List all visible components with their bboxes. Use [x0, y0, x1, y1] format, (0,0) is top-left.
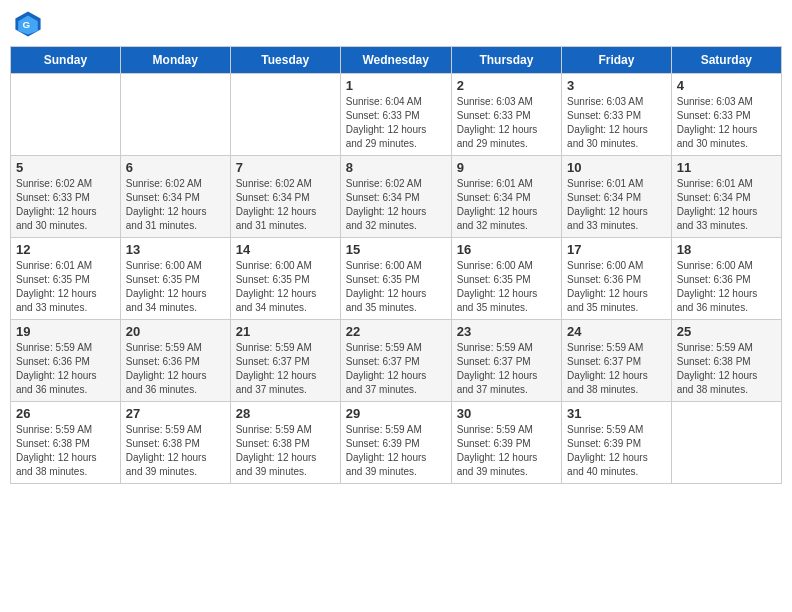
day-details: Sunrise: 6:03 AM Sunset: 6:33 PM Dayligh…: [457, 95, 556, 151]
day-details: Sunrise: 6:00 AM Sunset: 6:35 PM Dayligh…: [236, 259, 335, 315]
calendar-cell: 26Sunrise: 5:59 AM Sunset: 6:38 PM Dayli…: [11, 402, 121, 484]
day-details: Sunrise: 5:59 AM Sunset: 6:37 PM Dayligh…: [567, 341, 666, 397]
calendar-week-row: 26Sunrise: 5:59 AM Sunset: 6:38 PM Dayli…: [11, 402, 782, 484]
day-details: Sunrise: 6:02 AM Sunset: 6:34 PM Dayligh…: [346, 177, 446, 233]
day-number: 14: [236, 242, 335, 257]
day-details: Sunrise: 6:02 AM Sunset: 6:34 PM Dayligh…: [236, 177, 335, 233]
calendar-table: SundayMondayTuesdayWednesdayThursdayFrid…: [10, 46, 782, 484]
calendar-cell: 1Sunrise: 6:04 AM Sunset: 6:33 PM Daylig…: [340, 74, 451, 156]
calendar-cell: 23Sunrise: 5:59 AM Sunset: 6:37 PM Dayli…: [451, 320, 561, 402]
day-number: 20: [126, 324, 225, 339]
calendar-cell: 25Sunrise: 5:59 AM Sunset: 6:38 PM Dayli…: [671, 320, 781, 402]
day-number: 2: [457, 78, 556, 93]
weekday-header: Wednesday: [340, 47, 451, 74]
calendar-cell: [120, 74, 230, 156]
calendar-cell: 12Sunrise: 6:01 AM Sunset: 6:35 PM Dayli…: [11, 238, 121, 320]
day-number: 24: [567, 324, 666, 339]
day-details: Sunrise: 6:01 AM Sunset: 6:35 PM Dayligh…: [16, 259, 115, 315]
calendar-cell: 14Sunrise: 6:00 AM Sunset: 6:35 PM Dayli…: [230, 238, 340, 320]
calendar-cell: 24Sunrise: 5:59 AM Sunset: 6:37 PM Dayli…: [562, 320, 672, 402]
day-details: Sunrise: 6:01 AM Sunset: 6:34 PM Dayligh…: [677, 177, 776, 233]
calendar-cell: [671, 402, 781, 484]
calendar-cell: 15Sunrise: 6:00 AM Sunset: 6:35 PM Dayli…: [340, 238, 451, 320]
day-number: 31: [567, 406, 666, 421]
day-details: Sunrise: 5:59 AM Sunset: 6:38 PM Dayligh…: [677, 341, 776, 397]
calendar-cell: 11Sunrise: 6:01 AM Sunset: 6:34 PM Dayli…: [671, 156, 781, 238]
day-number: 1: [346, 78, 446, 93]
day-number: 28: [236, 406, 335, 421]
day-details: Sunrise: 6:00 AM Sunset: 6:36 PM Dayligh…: [567, 259, 666, 315]
calendar-cell: 2Sunrise: 6:03 AM Sunset: 6:33 PM Daylig…: [451, 74, 561, 156]
day-number: 26: [16, 406, 115, 421]
calendar-cell: [230, 74, 340, 156]
day-number: 8: [346, 160, 446, 175]
day-details: Sunrise: 6:03 AM Sunset: 6:33 PM Dayligh…: [677, 95, 776, 151]
calendar-cell: 20Sunrise: 5:59 AM Sunset: 6:36 PM Dayli…: [120, 320, 230, 402]
day-details: Sunrise: 6:00 AM Sunset: 6:36 PM Dayligh…: [677, 259, 776, 315]
calendar-header-row: SundayMondayTuesdayWednesdayThursdayFrid…: [11, 47, 782, 74]
calendar-cell: 7Sunrise: 6:02 AM Sunset: 6:34 PM Daylig…: [230, 156, 340, 238]
logo-icon: G: [14, 10, 42, 38]
day-number: 23: [457, 324, 556, 339]
calendar-cell: 29Sunrise: 5:59 AM Sunset: 6:39 PM Dayli…: [340, 402, 451, 484]
day-number: 13: [126, 242, 225, 257]
day-details: Sunrise: 6:00 AM Sunset: 6:35 PM Dayligh…: [457, 259, 556, 315]
page-header: G: [10, 10, 782, 38]
calendar-cell: 5Sunrise: 6:02 AM Sunset: 6:33 PM Daylig…: [11, 156, 121, 238]
day-number: 12: [16, 242, 115, 257]
calendar-cell: 13Sunrise: 6:00 AM Sunset: 6:35 PM Dayli…: [120, 238, 230, 320]
calendar-cell: 6Sunrise: 6:02 AM Sunset: 6:34 PM Daylig…: [120, 156, 230, 238]
day-details: Sunrise: 5:59 AM Sunset: 6:37 PM Dayligh…: [236, 341, 335, 397]
day-number: 3: [567, 78, 666, 93]
day-details: Sunrise: 6:01 AM Sunset: 6:34 PM Dayligh…: [457, 177, 556, 233]
day-details: Sunrise: 5:59 AM Sunset: 6:38 PM Dayligh…: [236, 423, 335, 479]
day-number: 5: [16, 160, 115, 175]
day-number: 16: [457, 242, 556, 257]
day-number: 9: [457, 160, 556, 175]
day-number: 19: [16, 324, 115, 339]
calendar-cell: 31Sunrise: 5:59 AM Sunset: 6:39 PM Dayli…: [562, 402, 672, 484]
day-details: Sunrise: 5:59 AM Sunset: 6:36 PM Dayligh…: [16, 341, 115, 397]
svg-text:G: G: [22, 19, 30, 30]
day-details: Sunrise: 6:02 AM Sunset: 6:33 PM Dayligh…: [16, 177, 115, 233]
day-details: Sunrise: 6:00 AM Sunset: 6:35 PM Dayligh…: [346, 259, 446, 315]
calendar-cell: 21Sunrise: 5:59 AM Sunset: 6:37 PM Dayli…: [230, 320, 340, 402]
calendar-week-row: 1Sunrise: 6:04 AM Sunset: 6:33 PM Daylig…: [11, 74, 782, 156]
calendar-week-row: 12Sunrise: 6:01 AM Sunset: 6:35 PM Dayli…: [11, 238, 782, 320]
day-details: Sunrise: 5:59 AM Sunset: 6:37 PM Dayligh…: [457, 341, 556, 397]
day-number: 15: [346, 242, 446, 257]
calendar-cell: 8Sunrise: 6:02 AM Sunset: 6:34 PM Daylig…: [340, 156, 451, 238]
day-number: 4: [677, 78, 776, 93]
weekday-header: Saturday: [671, 47, 781, 74]
calendar-cell: 30Sunrise: 5:59 AM Sunset: 6:39 PM Dayli…: [451, 402, 561, 484]
day-details: Sunrise: 5:59 AM Sunset: 6:36 PM Dayligh…: [126, 341, 225, 397]
weekday-header: Sunday: [11, 47, 121, 74]
day-number: 22: [346, 324, 446, 339]
weekday-header: Friday: [562, 47, 672, 74]
calendar-cell: 17Sunrise: 6:00 AM Sunset: 6:36 PM Dayli…: [562, 238, 672, 320]
day-details: Sunrise: 5:59 AM Sunset: 6:37 PM Dayligh…: [346, 341, 446, 397]
calendar-cell: 19Sunrise: 5:59 AM Sunset: 6:36 PM Dayli…: [11, 320, 121, 402]
calendar-week-row: 5Sunrise: 6:02 AM Sunset: 6:33 PM Daylig…: [11, 156, 782, 238]
logo: G: [14, 10, 46, 38]
calendar-cell: [11, 74, 121, 156]
weekday-header: Thursday: [451, 47, 561, 74]
day-details: Sunrise: 6:04 AM Sunset: 6:33 PM Dayligh…: [346, 95, 446, 151]
day-number: 6: [126, 160, 225, 175]
calendar-cell: 22Sunrise: 5:59 AM Sunset: 6:37 PM Dayli…: [340, 320, 451, 402]
calendar-cell: 28Sunrise: 5:59 AM Sunset: 6:38 PM Dayli…: [230, 402, 340, 484]
calendar-cell: 27Sunrise: 5:59 AM Sunset: 6:38 PM Dayli…: [120, 402, 230, 484]
day-details: Sunrise: 5:59 AM Sunset: 6:39 PM Dayligh…: [457, 423, 556, 479]
day-details: Sunrise: 5:59 AM Sunset: 6:39 PM Dayligh…: [567, 423, 666, 479]
day-details: Sunrise: 6:03 AM Sunset: 6:33 PM Dayligh…: [567, 95, 666, 151]
day-number: 27: [126, 406, 225, 421]
day-number: 18: [677, 242, 776, 257]
day-number: 29: [346, 406, 446, 421]
weekday-header: Monday: [120, 47, 230, 74]
calendar-cell: 10Sunrise: 6:01 AM Sunset: 6:34 PM Dayli…: [562, 156, 672, 238]
day-details: Sunrise: 6:02 AM Sunset: 6:34 PM Dayligh…: [126, 177, 225, 233]
day-number: 21: [236, 324, 335, 339]
day-number: 10: [567, 160, 666, 175]
day-number: 7: [236, 160, 335, 175]
day-details: Sunrise: 5:59 AM Sunset: 6:38 PM Dayligh…: [126, 423, 225, 479]
